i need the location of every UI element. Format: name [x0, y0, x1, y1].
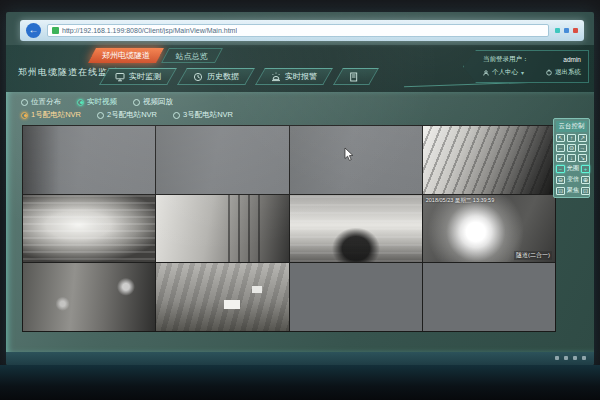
tray-icon[interactable]: [573, 356, 577, 360]
ptz-direction-pad: ↖ ↑ ↗ ← ⊙ → ↙ ↓ ↘: [556, 134, 587, 162]
caret-down-icon: ▾: [521, 69, 524, 76]
current-user-label: 当前登录用户：: [483, 55, 529, 64]
tray-icon[interactable]: [555, 356, 559, 360]
main-content: 位置分布 实时视频 视频回放 1号配电站NVR 2号配电站: [6, 92, 594, 352]
radio-indicator: [21, 99, 28, 106]
ptz-left-button[interactable]: ←: [556, 144, 565, 152]
ptz-right-button[interactable]: →: [578, 144, 587, 152]
radio-nvr-1[interactable]: 1号配电站NVR: [21, 110, 81, 120]
minimize-icon[interactable]: [555, 28, 560, 33]
toolbar-item-realtime-alarm[interactable]: 实时报警: [255, 68, 333, 85]
camera-feed-r2c4[interactable]: 2018/05/23 星期三 13:39:59 隧道(二合一): [423, 195, 555, 263]
camera-feed-r1c2[interactable]: [156, 126, 288, 194]
ptz-center-button[interactable]: ⊙: [567, 144, 576, 152]
radio-indicator: [173, 112, 180, 119]
browser-toolbar: ← http://192.168.1.199:8080/Client/jsp/M…: [20, 20, 584, 41]
tray-icon[interactable]: [564, 356, 568, 360]
zoom-label: 变倍: [567, 175, 579, 184]
ptz-down-left-button[interactable]: ↙: [556, 154, 565, 162]
zoom-in-button[interactable]: ⊕: [581, 176, 590, 184]
camera-feed-r3c2[interactable]: [156, 263, 288, 331]
sub-toolbar: 实时监测 历史数据 实时报警: [104, 68, 374, 85]
ptz-up-right-button[interactable]: ↗: [578, 134, 587, 142]
camera-feed-r3c4[interactable]: [423, 263, 555, 331]
history-icon: [193, 72, 203, 82]
camera-feed-r2c3[interactable]: [290, 195, 422, 263]
camera-feed-r2c1[interactable]: [23, 195, 155, 263]
ptz-down-right-button[interactable]: ↘: [578, 154, 587, 162]
view-mode-selector: 位置分布 实时视频 视频回放: [21, 97, 173, 107]
camera-feed-r2c2[interactable]: [156, 195, 288, 263]
camera-feed-r3c1[interactable]: [23, 263, 155, 331]
radio-location-map[interactable]: 位置分布: [21, 97, 61, 107]
ptz-panel: 云台控制 ↖ ↑ ↗ ← ⊙ → ↙ ↓ ↘ − 光圈 +: [553, 118, 590, 198]
ptz-up-left-button[interactable]: ↖: [556, 134, 565, 142]
tray-icon[interactable]: [582, 356, 586, 360]
radio-live-video[interactable]: 实时视频: [77, 97, 117, 107]
monitor-screen: ← http://192.168.1.199:8080/Client/jsp/M…: [6, 12, 594, 365]
video-wall: 2018/05/23 星期三 13:39:59 隧道(二合一): [22, 125, 556, 332]
osd-camera-label: 隧道(二合一): [514, 251, 552, 260]
photo-of-monitor: ← http://192.168.1.199:8080/Client/jsp/M…: [0, 0, 600, 400]
ptz-title: 云台控制: [556, 121, 587, 132]
mouse-cursor: [344, 147, 355, 166]
ptz-down-button[interactable]: ↓: [567, 154, 576, 162]
user-icon: [483, 70, 489, 76]
radio-indicator: [133, 99, 140, 106]
toolbar-item-more[interactable]: [333, 68, 379, 85]
radio-indicator-selected: [77, 99, 84, 106]
radio-indicator-selected: [21, 112, 28, 119]
radio-indicator: [97, 112, 104, 119]
camera-feed-r3c3[interactable]: [290, 263, 422, 331]
radio-nvr-3[interactable]: 3号配电站NVR: [173, 110, 233, 120]
app-header: 郑州电缆隧道在线监测 郑州电缆隧道 站点总览 实时监测 历史数据: [6, 45, 594, 92]
user-panel: 当前登录用户： admin 个人中心 ▾ 退出系统: [463, 50, 589, 83]
alarm-icon: [271, 72, 281, 82]
username: admin: [563, 56, 581, 63]
toolbar-item-realtime-monitor[interactable]: 实时监测: [99, 68, 177, 85]
radio-nvr-2[interactable]: 2号配电站NVR: [97, 110, 157, 120]
tab-site-overview[interactable]: 站点总览: [161, 48, 223, 63]
power-icon: [546, 69, 552, 76]
camera-feed-r1c3[interactable]: [290, 126, 422, 194]
logout-button[interactable]: 退出系统: [546, 68, 581, 77]
os-taskbar: [6, 352, 594, 365]
monitor-icon: [115, 72, 125, 82]
url-text: http://192.168.1.199:8080/Client/jsp/Mai…: [62, 27, 237, 34]
focus-minus-button[interactable]: ⊡: [556, 187, 565, 195]
browser-back-button[interactable]: ←: [26, 23, 41, 38]
main-tabs: 郑州电缆隧道 站点总览: [92, 48, 219, 63]
focus-label: 聚焦: [567, 186, 579, 195]
focus-plus-button[interactable]: ⊡: [581, 187, 590, 195]
back-icon: ←: [29, 24, 39, 35]
radio-video-playback[interactable]: 视频回放: [133, 97, 173, 107]
camera-feed-r1c1[interactable]: [23, 126, 155, 194]
tab-cable-tunnel[interactable]: 郑州电缆隧道: [88, 48, 164, 63]
iris-plus-button[interactable]: +: [581, 165, 590, 173]
zoom-out-button[interactable]: ⊖: [556, 176, 565, 184]
camera-feed-r1c4[interactable]: [423, 126, 555, 194]
taskbar-tray: [555, 356, 586, 360]
profile-menu[interactable]: 个人中心 ▾: [483, 68, 524, 77]
iris-label: 光圈: [567, 164, 579, 173]
close-icon[interactable]: [573, 28, 578, 33]
address-bar[interactable]: http://192.168.1.199:8080/Client/jsp/Mai…: [47, 24, 549, 37]
desk-surface: [0, 365, 600, 400]
maximize-icon[interactable]: [564, 28, 569, 33]
nvr-selector: 1号配电站NVR 2号配电站NVR 3号配电站NVR: [21, 110, 233, 120]
iris-minus-button[interactable]: −: [556, 165, 565, 173]
osd-timestamp: 2018/05/23 星期三 13:39:59: [426, 197, 495, 204]
toolbar-item-history-data[interactable]: 历史数据: [177, 68, 255, 85]
document-icon: [349, 72, 359, 82]
window-controls: [555, 28, 578, 33]
site-security-icon: [52, 27, 59, 34]
ptz-up-button[interactable]: ↑: [567, 134, 576, 142]
